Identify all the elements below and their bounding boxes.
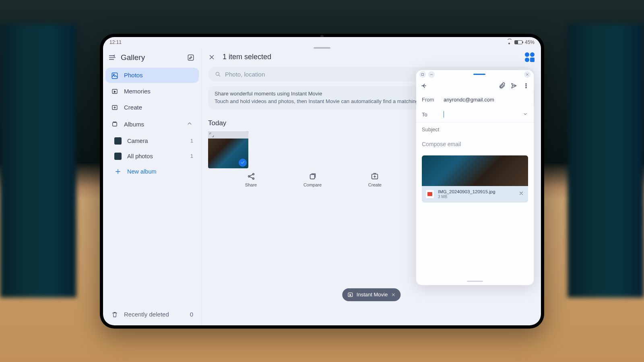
- action-label: Create: [368, 182, 382, 187]
- album-thumb-icon: [114, 153, 122, 160]
- sidebar-item-create[interactable]: Create: [105, 100, 199, 115]
- from-field[interactable]: From anyrondc@gmail.com: [416, 93, 534, 107]
- album-count: 1: [190, 138, 193, 144]
- close-selection-button[interactable]: [208, 54, 215, 61]
- chevron-down-icon[interactable]: [522, 111, 528, 118]
- sidebar-item-memories[interactable]: Memories: [105, 84, 199, 99]
- sidebar-item-label: Albums: [124, 121, 144, 128]
- resize-handle[interactable]: [467, 281, 483, 282]
- recently-deleted[interactable]: Recently deleted 0: [105, 305, 199, 325]
- from-value: anyrondc@gmail.com: [444, 97, 494, 103]
- window-drag-handle[interactable]: [473, 74, 485, 75]
- to-label: To: [422, 112, 437, 118]
- sidebar-item-photos[interactable]: Photos: [105, 68, 199, 83]
- expand-icon: [209, 132, 215, 138]
- attachment-size: 3 MB: [438, 194, 514, 199]
- compose-body[interactable]: Compose email: [416, 137, 534, 151]
- window-maximize-button[interactable]: [419, 71, 426, 78]
- attachment-name: IMG_20240903_120915.jpg: [438, 189, 514, 195]
- svg-point-18: [526, 85, 526, 86]
- compose-placeholder: Compose email: [422, 141, 461, 147]
- attachment-card[interactable]: IMG_20240903_120915.jpg 3 MB: [422, 155, 528, 203]
- app-title: Gallery: [121, 53, 183, 62]
- sidebar-item-label: New album: [127, 168, 157, 175]
- status-battery: 45%: [525, 39, 535, 45]
- action-label: Share: [245, 182, 257, 187]
- sidebar-item-label: Camera: [127, 138, 148, 144]
- pill-close-icon[interactable]: [391, 292, 396, 297]
- svg-rect-11: [310, 174, 314, 179]
- image-file-icon: [426, 190, 434, 198]
- compose-window: From anyrondc@gmail.com To Compose email: [416, 70, 534, 285]
- selected-check-icon[interactable]: [239, 159, 247, 167]
- svg-rect-5: [113, 122, 117, 126]
- to-field[interactable]: To: [416, 107, 534, 122]
- svg-point-17: [526, 83, 526, 84]
- remove-attachment-button[interactable]: [518, 190, 524, 198]
- recently-deleted-count: 0: [190, 311, 193, 318]
- photo-thumbnail[interactable]: [208, 131, 248, 168]
- edit-icon[interactable]: [187, 54, 195, 62]
- subject-input[interactable]: [422, 126, 528, 132]
- sidebar-album-camera[interactable]: Camera 1: [105, 133, 199, 149]
- back-icon[interactable]: [420, 82, 427, 89]
- subject-field[interactable]: [416, 122, 534, 137]
- send-icon[interactable]: [510, 82, 518, 89]
- svg-point-19: [526, 87, 526, 88]
- pill-label: Instant Movie: [357, 292, 388, 298]
- attach-icon[interactable]: [498, 82, 506, 89]
- wifi-icon: [506, 40, 512, 44]
- sidebar-album-all-photos[interactable]: All photos 1: [105, 149, 199, 164]
- more-vert-icon[interactable]: [522, 82, 530, 89]
- sidebar-item-label: Photos: [124, 72, 143, 79]
- menu-icon[interactable]: [108, 54, 117, 61]
- battery-icon: [514, 40, 522, 44]
- recently-deleted-label: Recently deleted: [124, 311, 169, 318]
- window-minimize-button[interactable]: [428, 71, 435, 78]
- apps-grid-button[interactable]: [525, 52, 535, 62]
- sidebar-item-albums[interactable]: Albums: [105, 116, 199, 132]
- from-label: From: [422, 97, 437, 103]
- chevron-up-icon: [186, 120, 193, 128]
- window-close-button[interactable]: [524, 71, 530, 78]
- sidebar-item-label: Memories: [124, 88, 151, 95]
- search-placeholder: Photo, location: [225, 71, 265, 78]
- svg-rect-16: [422, 73, 424, 75]
- action-label: Compare: [303, 182, 322, 187]
- status-time: 12:11: [109, 39, 122, 45]
- sidebar-item-label: Create: [124, 104, 142, 111]
- status-bar: 12:11 45%: [103, 37, 541, 48]
- sidebar-item-label: All photos: [127, 153, 153, 159]
- selection-count: 1 item selected: [223, 53, 271, 61]
- attachment-preview: [422, 155, 528, 186]
- album-count: 1: [190, 153, 193, 159]
- compare-button[interactable]: Compare: [303, 172, 322, 187]
- sidebar: Gallery Photos Memories: [103, 48, 201, 325]
- instant-movie-pill[interactable]: Instant Movie: [342, 288, 400, 301]
- search-icon: [215, 71, 221, 77]
- svg-rect-0: [188, 55, 193, 60]
- share-button[interactable]: Share: [245, 172, 257, 187]
- create-button[interactable]: Create: [368, 172, 382, 187]
- album-thumb-icon: [114, 137, 122, 145]
- new-album-button[interactable]: New album: [105, 164, 199, 179]
- svg-point-6: [216, 72, 219, 75]
